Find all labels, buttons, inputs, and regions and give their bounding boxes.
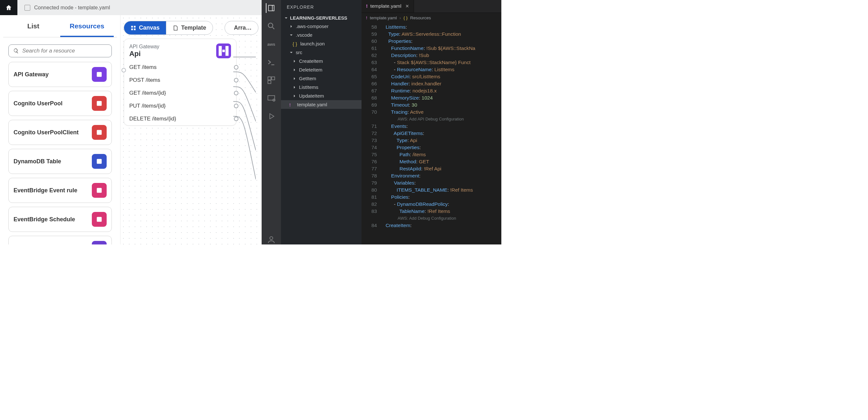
resource-item[interactable]: EventBridge Schedule xyxy=(8,207,112,232)
resource-item[interactable]: Cognito UserPool xyxy=(8,91,112,116)
template-button[interactable]: Template xyxy=(166,21,213,34)
close-tab-icon[interactable]: ✕ xyxy=(405,4,409,9)
explorer-item[interactable]: ListItems xyxy=(281,83,362,92)
resource-icon xyxy=(92,67,107,82)
explorer-item[interactable]: CreateItem xyxy=(281,57,362,65)
explorer-item[interactable]: GetItem xyxy=(281,74,362,83)
route-item[interactable]: DELETE /items/{id} xyxy=(124,112,236,125)
explorer-item[interactable]: { }launch.json xyxy=(281,39,362,48)
search-input-wrap[interactable] xyxy=(8,44,112,57)
output-port[interactable] xyxy=(234,117,239,121)
resource-icon xyxy=(92,212,107,227)
code-line[interactable]: CreateItem: xyxy=(383,222,501,229)
code-line[interactable]: Environment: xyxy=(383,172,501,180)
code-line[interactable]: MemorySize: 1024 xyxy=(383,94,501,101)
code-line[interactable]: - DynamoDBReadPolicy: xyxy=(383,201,501,208)
resource-label: EventBridge Event rule xyxy=(13,187,77,194)
code-line[interactable]: - ResourceName: ListItems xyxy=(383,66,501,73)
codelens-hint[interactable]: AWS: Add Debug Configuration xyxy=(383,215,501,222)
resource-item[interactable]: API Gateway xyxy=(8,62,112,87)
explorer-item[interactable]: UpdateItem xyxy=(281,92,362,100)
resource-label: Cognito UserPool xyxy=(13,100,63,107)
account-icon[interactable] xyxy=(267,235,276,245)
terminal-icon[interactable] xyxy=(267,57,276,67)
svg-rect-20 xyxy=(268,96,275,100)
code-line[interactable]: ApiGETitems: xyxy=(383,130,501,137)
code-line[interactable]: Properties: xyxy=(383,144,501,151)
tab-list[interactable]: List xyxy=(6,19,60,37)
code-line[interactable]: CodeUri: src/ListItems xyxy=(383,73,501,80)
svg-rect-8 xyxy=(131,26,133,27)
code-line[interactable]: ListItems: xyxy=(383,24,501,31)
extensions-icon[interactable] xyxy=(267,75,276,85)
svg-rect-5 xyxy=(97,217,102,222)
codelens-hint[interactable]: AWS: Add API Debug Configuration xyxy=(383,116,501,123)
explorer-item[interactable]: .aws-composer xyxy=(281,22,362,31)
aws-icon[interactable]: aws xyxy=(267,39,276,49)
output-port[interactable] xyxy=(234,104,239,108)
code-line[interactable]: Path: /items xyxy=(383,151,501,158)
explorer-item[interactable]: src xyxy=(281,48,362,57)
code-line[interactable]: Handler: index.handler xyxy=(383,80,501,87)
search-input[interactable] xyxy=(22,48,107,54)
yaml-icon: ! xyxy=(366,3,368,9)
yaml-icon: ! xyxy=(289,102,294,107)
api-gateway-card[interactable]: API Gateway Api GET /itemsPOST /itemsGET… xyxy=(124,39,237,126)
card-subtitle: API Gateway xyxy=(129,44,159,50)
output-port[interactable] xyxy=(234,91,239,95)
connection-wires xyxy=(233,54,256,202)
resource-item[interactable]: EventBridge Event rule xyxy=(8,178,112,203)
arrange-button[interactable]: Arra… xyxy=(224,21,258,35)
remote-icon[interactable] xyxy=(267,93,276,103)
explorer-item[interactable]: DeleteItem xyxy=(281,65,362,74)
code-line[interactable]: FunctionName: !Sub ${AWS::StackNa xyxy=(383,45,501,52)
resource-item[interactable]: DynamoDB Table xyxy=(8,149,112,174)
code-line[interactable]: Policies: xyxy=(383,194,501,201)
editor-tab[interactable]: ! template.yaml ✕ xyxy=(362,0,414,12)
resource-icon xyxy=(92,125,107,140)
search-icon xyxy=(13,48,19,54)
card-title: Api xyxy=(129,50,159,58)
code-line[interactable]: Variables: xyxy=(383,180,501,187)
code-line[interactable]: Timeout: 30 xyxy=(383,101,501,108)
resource-icon xyxy=(92,183,107,198)
route-item[interactable]: GET /items/{id} xyxy=(124,87,236,99)
tab-resources[interactable]: Resources xyxy=(60,19,114,37)
canvas-button[interactable]: Canvas xyxy=(124,21,166,34)
svg-rect-0 xyxy=(97,72,102,77)
resource-label: DynamoDB Table xyxy=(13,158,61,165)
explorer-item[interactable]: !template.yaml xyxy=(281,100,362,109)
route-item[interactable]: PUT /items/{id} xyxy=(124,99,236,112)
code-line[interactable]: - Stack ${AWS::StackName} Funct xyxy=(383,59,501,66)
explorer-title: EXPLORER xyxy=(281,0,362,14)
route-item[interactable]: POST /items xyxy=(124,74,236,87)
code-line[interactable]: Type: Api xyxy=(383,137,501,144)
debug-icon[interactable] xyxy=(267,111,276,121)
code-line[interactable]: Runtime: nodejs18.x xyxy=(383,87,501,94)
code-line[interactable]: Method: GET xyxy=(383,158,501,165)
resource-item[interactable]: Cognito UserPoolClient xyxy=(8,120,112,145)
svg-rect-9 xyxy=(134,26,136,27)
resource-item[interactable]: Kinesis Stream xyxy=(8,236,112,245)
code-line[interactable]: Properties: xyxy=(383,38,501,45)
code-line[interactable]: RestApiId: !Ref Api xyxy=(383,165,501,172)
code-line[interactable]: Events: xyxy=(383,123,501,130)
svg-rect-3 xyxy=(97,159,102,164)
breadcrumb[interactable]: ! template.yaml › { } Resources xyxy=(362,13,501,23)
svg-rect-1 xyxy=(97,101,102,106)
route-item[interactable]: GET /items xyxy=(124,61,236,74)
code-line[interactable]: Description: !Sub xyxy=(383,52,501,59)
svg-point-22 xyxy=(270,237,273,239)
code-line[interactable]: ITEMS_TABLE_NAME: !Ref Items xyxy=(383,187,501,194)
explorer-root[interactable]: LEARNING-SERVERLESS xyxy=(281,14,362,22)
output-port[interactable] xyxy=(234,65,239,70)
code-line[interactable]: Type: AWS::Serverless::Function xyxy=(383,31,501,38)
code-line[interactable]: TableName: !Ref Items xyxy=(383,208,501,215)
explorer-item[interactable]: .vscode xyxy=(281,31,362,39)
search-sidebar-icon[interactable] xyxy=(267,21,276,31)
svg-rect-10 xyxy=(131,28,133,30)
home-button[interactable] xyxy=(0,0,18,15)
explorer-icon[interactable] xyxy=(266,3,276,13)
output-port[interactable] xyxy=(234,78,239,83)
code-line[interactable]: Tracing: Active xyxy=(383,108,501,116)
